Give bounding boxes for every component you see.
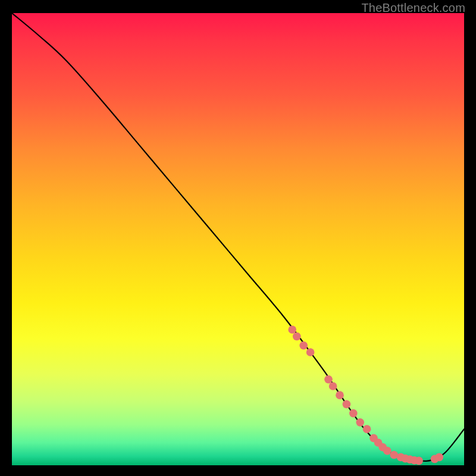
chart-marker — [390, 451, 398, 459]
chart-marker — [401, 455, 409, 463]
chart-marker — [299, 342, 308, 350]
chart-marker — [411, 456, 419, 465]
chart-marker — [293, 333, 301, 341]
chart-marker — [324, 375, 333, 384]
chart-marker — [397, 453, 405, 461]
chart-marker — [415, 457, 423, 465]
chart-marker — [329, 382, 337, 390]
chart-curve — [12, 13, 464, 461]
chart-marker — [288, 325, 296, 334]
chart-marker — [374, 439, 383, 447]
chart-marker — [383, 447, 392, 455]
chart-marker — [431, 455, 439, 464]
chart-marker — [363, 425, 371, 433]
chart-marker — [343, 400, 351, 409]
chart-marker — [378, 443, 387, 452]
chart-marker — [435, 453, 443, 461]
chart-marker — [349, 409, 358, 418]
chart-marker — [306, 348, 315, 356]
chart-markers — [288, 325, 443, 465]
chart-marker — [356, 418, 364, 427]
chart-marker — [336, 391, 344, 399]
chart-marker — [406, 455, 414, 464]
chart-svg-layer — [12, 13, 464, 465]
chart-marker — [369, 434, 378, 443]
chart-plot-area — [12, 13, 464, 465]
chart-outer-frame: TheBottleneck.com — [0, 0, 476, 476]
